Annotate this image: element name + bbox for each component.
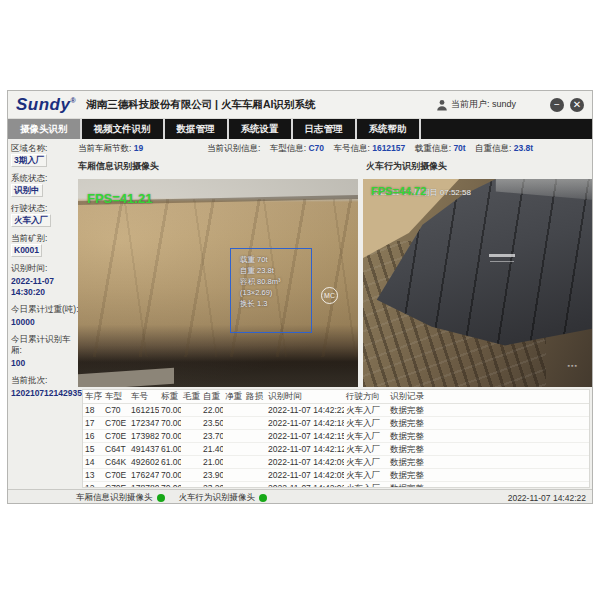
info-segment: 车型信息: C70 xyxy=(270,143,334,153)
detection-box: 载重 70t 自重 23.8t 容积 80.8m³ (13×2.69) 换长 1… xyxy=(230,248,312,333)
car-marking-line: 自重 23.8t xyxy=(240,265,311,276)
cell-record-status: 数据完整 xyxy=(388,403,438,416)
table-row[interactable]: 15 C64T 4914373 61.00 21.40 2022-11-07 1… xyxy=(83,442,589,455)
menu-item[interactable]: 摄像头识别 xyxy=(8,119,82,139)
cell-tare-weight: 23.20 xyxy=(201,481,223,488)
results-table: 车序 车型 车号 标重 毛重 自重 净重 路损 识别时间 行驶方向 识别记录 xyxy=(82,389,590,488)
cell-direction: 火车入厂 xyxy=(344,429,388,442)
cell-filler xyxy=(438,481,589,488)
menu-item[interactable]: 数据管理 xyxy=(165,119,229,139)
brand-text: Sundy xyxy=(16,95,70,114)
right-panel-title: 火车行为识别摄像头 xyxy=(366,160,447,173)
cell-filler xyxy=(438,455,589,468)
info-segment: 载重信息: 70t xyxy=(415,143,475,153)
topbar: Sundy® 湖南三德科技股份有限公司 | 火车车厢AI识别系统 当前用户: s… xyxy=(8,91,592,119)
sidebar-field: 区域名称: 3期入厂 xyxy=(11,143,79,167)
table-row[interactable]: 12 C70E 1787800 70.00 23.20 2022-11-07 1… xyxy=(83,481,589,488)
cell-direction: 火车入厂 xyxy=(344,455,388,468)
sidebar-field: 识别时间: 2022-11-07 14:30:20 xyxy=(11,263,79,298)
menu-item-label: 视频文件识别 xyxy=(94,123,151,136)
cell-recognition-time: 2022-11-07 14:42:05 xyxy=(266,468,344,481)
cell-direction: 火车入厂 xyxy=(344,442,388,455)
field-value: 120210712142935 xyxy=(11,388,79,399)
cell-car-seq: 17 xyxy=(83,416,103,429)
cell-record-status: 数据完整 xyxy=(388,416,438,429)
cell-car-seq: 13 xyxy=(83,468,103,481)
table-row[interactable]: 17 C70E 1723479 70.00 23.50 2022-11-07 1… xyxy=(83,416,589,429)
cell-record-status: 数据完整 xyxy=(388,455,438,468)
cell-car-number: 1762470 xyxy=(129,468,159,481)
cell-car-type: C70E xyxy=(103,429,129,442)
field-label: 区域名称: xyxy=(11,143,47,153)
header-rated-weight: 标重 xyxy=(159,390,181,403)
close-button[interactable]: ✕ xyxy=(570,98,584,112)
cell-gross-weight xyxy=(181,429,201,442)
car-marking-line: 换长 1.3 xyxy=(240,298,311,309)
cell-car-number: 4926025 xyxy=(129,455,159,468)
cell-direction: 火车入厂 xyxy=(344,481,388,488)
info-segment-value: C70 xyxy=(308,143,324,153)
carriage-count-label: 当前车厢节数: xyxy=(78,143,134,153)
table-row[interactable]: 16 C70E 1739826 70.00 23.70 2022-11-07 1… xyxy=(83,429,589,442)
cell-road-loss xyxy=(244,429,266,442)
cell-car-type: C70 xyxy=(103,403,129,416)
camera-status-item: 火车行为识别摄像头 xyxy=(179,492,268,504)
cell-record-status: 数据完整 xyxy=(388,442,438,455)
cell-car-seq: 15 xyxy=(83,442,103,455)
menu-item[interactable]: 系统帮助 xyxy=(357,119,421,139)
statusbar: 车厢信息识别摄像头 火车行为识别摄像头 2022-11-07 14:42:22 xyxy=(8,489,592,504)
cell-rated-weight: 70.00 xyxy=(159,481,181,488)
info-bar: 当前车厢节数: 19 当前识别信息: 车型信息: C70 车号信息: 16121… xyxy=(78,141,590,156)
table-row[interactable]: 14 C64K 4926025 61.00 21.00 2022-11-07 1… xyxy=(83,455,589,468)
car-white-marking xyxy=(489,254,515,257)
cell-filler xyxy=(438,429,589,442)
sidebar-field: 当前矿别: K0001 xyxy=(11,233,79,257)
cell-filler xyxy=(438,442,589,455)
table-row[interactable]: 13 C70E 1762470 70.00 23.90 2022-11-07 1… xyxy=(83,468,589,481)
cell-car-seq: 12 xyxy=(83,481,103,488)
cell-road-loss xyxy=(244,403,266,416)
minimize-button[interactable]: − xyxy=(550,98,564,112)
sidebar: 区域名称: 3期入厂 系统状态: 识别中 行驶状态: 火车入厂 当前矿别: K0… xyxy=(11,143,79,405)
info-segment-label: 当前识别信息: xyxy=(207,143,263,153)
field-value: 10000 xyxy=(11,317,79,328)
cell-record-status: 数据完整 xyxy=(388,429,438,442)
menu-item[interactable]: 视频文件识别 xyxy=(82,119,165,139)
info-segment-label: 自重信息: xyxy=(475,143,514,153)
menu-item[interactable]: 日志管理 xyxy=(293,119,357,139)
cell-car-type: C64T xyxy=(103,442,129,455)
cell-record-status: 数据完整 xyxy=(388,481,438,488)
field-label: 当前矿别: xyxy=(11,233,47,243)
field-value: 100 xyxy=(11,358,79,369)
info-segment: 当前识别信息: xyxy=(207,143,270,153)
cell-net-weight xyxy=(223,468,244,481)
cell-rated-weight: 70.00 xyxy=(159,403,181,416)
cell-gross-weight xyxy=(181,468,201,481)
menu-item[interactable]: 系统设置 xyxy=(229,119,293,139)
cell-car-number: 1612157 xyxy=(129,403,159,416)
cell-recognition-time: 2022-11-07 14:42:02 xyxy=(266,481,344,488)
field-value: 3期入厂 xyxy=(11,154,47,167)
cell-gross-weight xyxy=(181,442,201,455)
camera-online-dot xyxy=(157,494,165,502)
statusbar-time: 2022-11-07 14:42:22 xyxy=(508,493,586,503)
cell-tare-weight: 23.50 xyxy=(201,416,223,429)
brand-logo: Sundy® xyxy=(16,95,76,115)
cell-direction: 火车入厂 xyxy=(344,468,388,481)
cell-rated-weight: 70.00 xyxy=(159,416,181,429)
header-tare-weight: 自重 xyxy=(201,390,223,403)
behavior-camera-feed: 2022-11-07 星期日 07:52:58 FPS=44.72 ▪▪▪ xyxy=(363,179,592,387)
cell-net-weight xyxy=(223,403,244,416)
app-window: Sundy® 湖南三德科技股份有限公司 | 火车车厢AI识别系统 当前用户: s… xyxy=(7,90,593,504)
cell-road-loss xyxy=(244,455,266,468)
app-title: 湖南三德科技股份有限公司 | 火车车厢AI识别系统 xyxy=(86,98,315,112)
info-segment-value: 23.8t xyxy=(514,143,533,153)
cell-filler xyxy=(438,468,589,481)
info-segment: 车号信息: 1612157 xyxy=(333,143,414,153)
table-row[interactable]: 18 C70 1612157 70.00 22.00 2022-11-07 14… xyxy=(83,403,589,416)
cell-tare-weight: 21.40 xyxy=(201,442,223,455)
sidebar-field: 行驶状态: 火车入厂 xyxy=(11,203,79,227)
cell-car-number: 4914373 xyxy=(129,442,159,455)
cell-recognition-time: 2022-11-07 14:42:18 xyxy=(266,416,344,429)
carriage-count-value: 19 xyxy=(134,143,143,153)
